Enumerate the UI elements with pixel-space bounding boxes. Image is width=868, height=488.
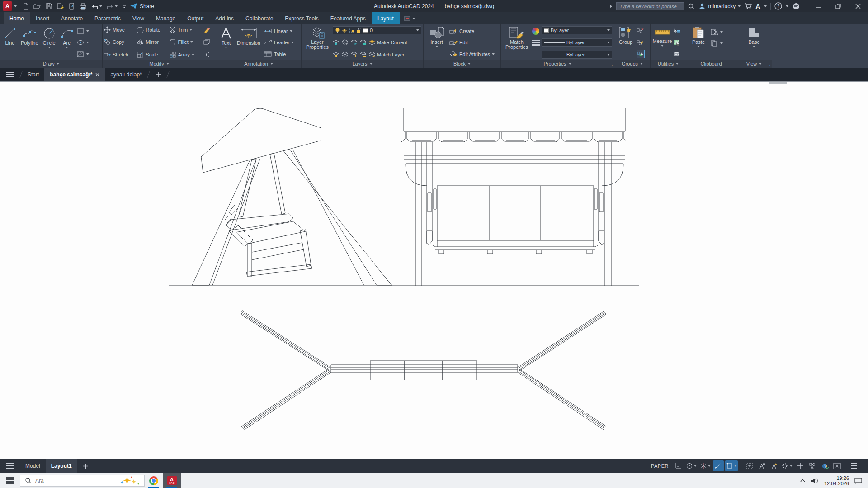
taskbar-chrome-button[interactable] (145, 473, 163, 488)
measure-caret-icon[interactable] (661, 45, 664, 47)
account-caret-icon[interactable] (738, 5, 741, 7)
lineweight-combo-caret-icon[interactable] (607, 42, 610, 43)
grid-display-button[interactable] (673, 460, 684, 471)
customize-qat-button[interactable] (122, 4, 127, 9)
tab-parametric[interactable]: Parametric (89, 12, 127, 24)
autodesk-logo[interactable]: A (755, 2, 760, 10)
polar-tracking-button[interactable] (685, 460, 698, 471)
tab-layout[interactable]: Layout (372, 12, 400, 24)
close-tab-icon[interactable] (95, 73, 99, 77)
view-launcher-icon[interactable]: ⌟ (769, 62, 770, 67)
file-tab-doc2[interactable]: aynalı dolap* (105, 68, 147, 81)
offset-button[interactable] (203, 50, 215, 59)
base-button[interactable]: Base (743, 26, 765, 59)
quick-select-button[interactable] (674, 27, 681, 35)
layout1-tab[interactable]: Layout1 (46, 459, 77, 473)
tab-collaborate[interactable]: Collaborate (240, 12, 279, 24)
trim-button[interactable]: Trim (169, 25, 198, 34)
tray-chevron-icon[interactable] (800, 479, 806, 483)
search-icon[interactable] (688, 3, 695, 10)
group-button[interactable]: Group (616, 26, 635, 59)
fillet-caret-icon[interactable] (190, 41, 193, 43)
account-button[interactable]: mimarlucky (698, 3, 741, 10)
save-button[interactable] (45, 3, 52, 10)
circle-caret-icon[interactable] (48, 47, 51, 48)
new-file-button[interactable] (22, 3, 29, 10)
edit-attributes-button[interactable]: Edit Attributes (449, 50, 495, 58)
erase-button[interactable] (203, 25, 215, 34)
object-snap-tracking-button[interactable] (713, 460, 724, 471)
tab-output[interactable]: Output (181, 12, 209, 24)
make-current-button[interactable]: Make Current (369, 38, 407, 47)
panel-label-properties[interactable]: Properties⌟ (501, 60, 614, 68)
isodraft-button[interactable] (699, 460, 712, 471)
customization-plus-button[interactable] (795, 460, 806, 471)
layer-unlock-all-icon[interactable] (360, 52, 366, 57)
layer-color-swatch[interactable] (363, 28, 368, 33)
restore-button[interactable] (828, 0, 848, 12)
panel-label-modify[interactable]: Modify (103, 60, 216, 68)
edit-attributes-caret-icon[interactable] (492, 53, 495, 55)
tab-express-tools[interactable]: Express Tools (279, 12, 324, 24)
tab-home[interactable]: Home (4, 12, 30, 24)
ellipse-caret-icon[interactable] (86, 42, 89, 43)
undo-caret-icon[interactable] (99, 5, 102, 7)
copy-clip-caret-icon[interactable] (720, 42, 723, 44)
trim-caret-icon[interactable] (189, 29, 192, 31)
annotation-scale-button[interactable] (769, 460, 779, 471)
hatch-caret-icon[interactable] (86, 53, 89, 55)
layer-freeze-sun-icon[interactable] (342, 28, 347, 33)
autodesk-caret-icon[interactable] (764, 5, 767, 7)
isodraft-caret-icon[interactable] (708, 465, 711, 467)
lineweight-combo[interactable]: ByLayer (542, 38, 612, 47)
stretch-button[interactable]: Stretch (104, 50, 132, 59)
minimize-button[interactable] (808, 0, 828, 12)
rectangle-button[interactable] (76, 27, 89, 35)
file-tab-start[interactable]: Start (22, 68, 44, 81)
selection-cycling-button[interactable] (744, 460, 755, 471)
tab-manage[interactable]: Manage (150, 12, 181, 24)
layer-isolate-icon[interactable] (333, 39, 339, 45)
polar-caret-icon[interactable] (694, 465, 697, 467)
match-properties-button[interactable]: Match Properties (503, 26, 531, 59)
polyline-button[interactable]: Polyline (19, 26, 40, 59)
copy-button[interactable]: Copy (104, 38, 132, 47)
arc-caret-icon[interactable] (66, 47, 68, 48)
ribbon-options-button[interactable] (400, 12, 420, 24)
save-as-button[interactable] (57, 3, 64, 10)
new-drawing-tab-button[interactable] (150, 68, 167, 81)
layer-on-bulb-icon[interactable] (335, 28, 340, 33)
graphics-performance-button[interactable] (819, 460, 830, 471)
tab-view[interactable]: View (127, 12, 150, 24)
linetype-combo[interactable]: ByLayer (542, 51, 612, 59)
line-button[interactable]: Line (2, 26, 18, 59)
undo-button[interactable] (91, 3, 102, 9)
circle-button[interactable]: Circle (41, 26, 57, 59)
clean-screen-button[interactable] (831, 460, 842, 471)
panel-label-layers[interactable]: Layers (302, 60, 423, 68)
ungroup-button[interactable] (637, 27, 645, 35)
cut-caret-icon[interactable] (720, 31, 723, 33)
paste-caret-icon[interactable] (697, 46, 700, 47)
match-layer-button[interactable]: Match Layer (369, 50, 405, 59)
layer-on-all-icon[interactable] (342, 52, 348, 57)
array-button[interactable]: Array (169, 50, 198, 59)
open-file-button[interactable] (33, 3, 41, 10)
object-color-button[interactable] (532, 27, 540, 35)
help-search-input[interactable] (616, 2, 684, 10)
measure-button[interactable]: Measure (652, 26, 672, 59)
layer-unlock-icon[interactable] (356, 28, 361, 33)
rotate-button[interactable]: Rotate (137, 25, 164, 34)
app-store-cart-icon[interactable] (744, 3, 752, 9)
paste-button[interactable]: Paste (688, 26, 709, 59)
text-button[interactable]: Text (218, 26, 234, 59)
panel-label-draw[interactable]: Draw (0, 60, 102, 68)
drawing-canvas[interactable] (0, 81, 868, 459)
layer-thaw-icon[interactable] (351, 52, 357, 57)
layer-viewport-icon[interactable] (349, 28, 354, 33)
app-logo[interactable]: A (3, 1, 12, 11)
search-highlights-icon[interactable] (120, 476, 140, 486)
select-objects-button[interactable] (674, 38, 681, 47)
insert-caret-icon[interactable] (435, 46, 438, 47)
workspace-switching-button[interactable] (781, 460, 793, 471)
